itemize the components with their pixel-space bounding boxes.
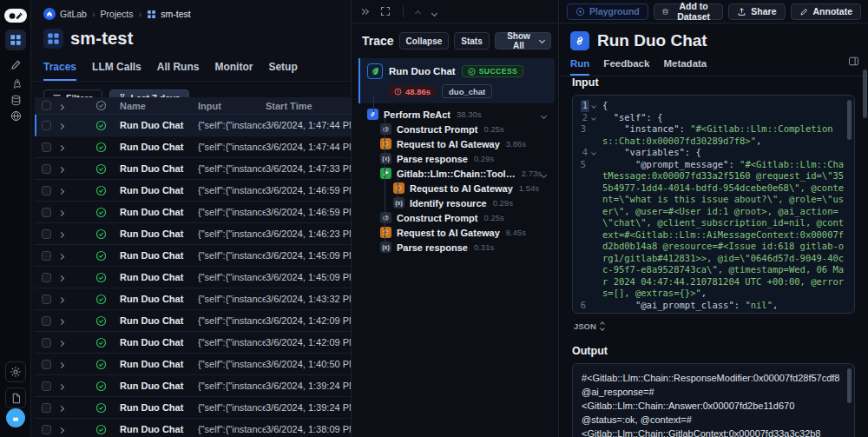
- row-checkbox[interactable]: [42, 295, 51, 304]
- row-checkbox[interactable]: [42, 425, 51, 434]
- expand-chevron-icon[interactable]: [59, 315, 95, 326]
- show-all-dropdown[interactable]: Show All: [495, 32, 551, 50]
- table-row[interactable]: Run Duo Chat{"self":{"instance":"#...3/6…: [35, 354, 351, 375]
- run-name-cell[interactable]: Run Duo Chat: [120, 402, 198, 413]
- row-checkbox[interactable]: [42, 208, 51, 217]
- hub-globe-icon[interactable]: [5, 105, 26, 126]
- run-name-cell[interactable]: Run Duo Chat: [120, 359, 198, 369]
- row-checkbox[interactable]: [42, 142, 51, 152]
- expand-chevron-icon[interactable]: [59, 272, 95, 282]
- trace-node[interactable]: (x)Identify resource0.29s: [358, 195, 555, 210]
- run-name-cell[interactable]: Run Duo Chat: [120, 163, 198, 174]
- table-row[interactable]: Run Duo Chat{"self":{"instance":"#...3/6…: [35, 223, 351, 245]
- docs-document-icon[interactable]: [5, 387, 26, 408]
- row-checkbox[interactable]: [42, 121, 51, 130]
- expand-chevron-icon[interactable]: [59, 207, 95, 217]
- trace-node[interactable]: Request to AI Gateway3.86s: [358, 136, 555, 151]
- row-checkbox[interactable]: [42, 381, 51, 391]
- table-row[interactable]: Run Duo Chat{"self":{"instance":"#...3/6…: [35, 267, 351, 288]
- run-name-cell[interactable]: Run Duo Chat: [120, 120, 198, 130]
- run-name-cell[interactable]: Run Duo Chat: [120, 228, 198, 239]
- table-row[interactable]: Run Duo Chat{"self":{"instance":"#...3/6…: [35, 158, 351, 180]
- column-header-name[interactable]: Name: [120, 101, 198, 111]
- expand-chevron-icon[interactable]: [59, 294, 95, 304]
- table-row[interactable]: Run Duo Chat{"self":{"instance":"#...3/6…: [35, 332, 351, 354]
- output-block[interactable]: #<Gitlab::Llm::Chain::ResponseModifier:0…: [572, 363, 855, 437]
- breadcrumb-section[interactable]: Projects: [101, 9, 134, 19]
- playground-button[interactable]: Playground: [567, 3, 648, 20]
- run-name-cell[interactable]: Run Duo Chat: [120, 250, 198, 261]
- trace-node[interactable]: (x)Parse response0.29s: [358, 151, 555, 166]
- run-name-cell[interactable]: Run Duo Chat: [120, 207, 198, 217]
- projects-grid-icon[interactable]: [5, 30, 26, 50]
- trace-node[interactable]: (x)Parse response0.31s: [358, 240, 555, 255]
- run-name-cell[interactable]: Run Duo Chat: [120, 185, 198, 195]
- row-checkbox[interactable]: [42, 273, 51, 282]
- row-checkbox[interactable]: [42, 251, 51, 261]
- langsmith-logo[interactable]: [4, 9, 27, 23]
- expand-chevron-icon[interactable]: [59, 120, 95, 130]
- expand-chevron-icon[interactable]: [59, 359, 95, 369]
- expand-chevron-icon[interactable]: [59, 381, 95, 391]
- prev-run-chevron-icon[interactable]: [416, 3, 420, 19]
- collapse-button[interactable]: Collapse: [399, 32, 450, 50]
- settings-gear-icon[interactable]: [5, 361, 26, 382]
- row-checkbox[interactable]: [42, 229, 51, 239]
- stats-button[interactable]: Stats: [454, 32, 489, 50]
- tab-setup[interactable]: Setup: [268, 61, 297, 81]
- row-checkbox[interactable]: [42, 316, 51, 326]
- row-checkbox[interactable]: [42, 338, 51, 348]
- scrollbar-thumb[interactable]: [847, 368, 852, 403]
- trace-node[interactable]: Request to AI Gateway1.54s: [358, 181, 555, 195]
- format-select[interactable]: JSON: [574, 321, 855, 331]
- table-row[interactable]: Run Duo Chat{"self":{"instance":"#...3/6…: [35, 180, 351, 202]
- expand-chevron-icon[interactable]: [59, 163, 95, 174]
- table-row[interactable]: Run Duo Chat{"self":{"instance":"#...3/6…: [35, 419, 351, 437]
- table-row[interactable]: Run Duo Chat{"self":{"instance":"#...3/6…: [35, 115, 351, 136]
- table-row[interactable]: Run Duo Chat{"self":{"instance":"#...3/6…: [35, 397, 351, 419]
- tab-traces[interactable]: Traces: [43, 61, 76, 81]
- expand-chevron-icon[interactable]: [59, 337, 95, 348]
- table-row[interactable]: Run Duo Chat{"self":{"instance":"#...3/6…: [35, 375, 351, 397]
- breadcrumb-root[interactable]: GitLab: [60, 9, 87, 19]
- run-name-cell[interactable]: Run Duo Chat: [120, 294, 198, 304]
- row-checkbox[interactable]: [42, 403, 51, 413]
- share-button[interactable]: Share: [728, 3, 785, 20]
- trace-root-node[interactable]: Run Duo Chat SUCCESS 48.86s duo_chat: [358, 58, 555, 103]
- trace-node[interactable]: Gitlab::Llm::Chain::Tools::IssueReader::…: [358, 166, 555, 181]
- column-header-start-time[interactable]: Start Time: [266, 101, 351, 111]
- trace-node[interactable]: @Construct Prompt0.25s: [358, 122, 555, 136]
- expand-chevron-icon[interactable]: [59, 142, 95, 152]
- table-row[interactable]: Run Duo Chat{"self":{"instance":"#...3/6…: [35, 202, 351, 223]
- expand-chevron-icon[interactable]: [59, 185, 95, 195]
- collapse-caret-icon[interactable]: [591, 103, 596, 109]
- run-name-cell[interactable]: Run Duo Chat: [120, 337, 198, 348]
- tab-all-runs[interactable]: All Runs: [157, 61, 200, 81]
- panel-toggle-icon[interactable]: [848, 56, 859, 67]
- table-row[interactable]: Run Duo Chat{"self":{"instance":"#...3/6…: [35, 310, 351, 332]
- tab-monitor[interactable]: Monitor: [214, 61, 253, 81]
- scrollbar-thumb[interactable]: [847, 100, 852, 140]
- chevron-down-icon[interactable]: [542, 169, 546, 179]
- run-name-cell[interactable]: Run Duo Chat: [120, 424, 198, 434]
- run-name-cell[interactable]: Run Duo Chat: [120, 272, 198, 282]
- collapse-caret-icon[interactable]: [591, 116, 596, 121]
- collapse-panel-icon[interactable]: [360, 10, 368, 14]
- expand-fullscreen-icon[interactable]: [380, 6, 391, 17]
- input-code-block[interactable]: 1{2 "self": {3 "instance": "#<Gitlab::Ll…: [572, 95, 855, 314]
- annotations-pencil-icon[interactable]: [5, 54, 26, 75]
- expand-chevron-icon[interactable]: [59, 228, 95, 239]
- column-header-input[interactable]: Input: [198, 101, 266, 111]
- trace-node[interactable]: Request to AI Gateway8.45s: [358, 225, 555, 240]
- tab-llm-calls[interactable]: LLM Calls: [92, 61, 141, 81]
- row-checkbox[interactable]: [42, 360, 51, 369]
- run-name-cell[interactable]: Run Duo Chat: [120, 142, 198, 152]
- table-row[interactable]: Run Duo Chat{"self":{"instance":"#...3/6…: [35, 245, 351, 267]
- expand-chevron-icon[interactable]: [59, 250, 95, 261]
- run-name-cell[interactable]: Run Duo Chat: [120, 315, 198, 326]
- expand-chevron-icon[interactable]: [59, 424, 95, 434]
- select-all-checkbox[interactable]: [42, 101, 51, 110]
- row-checkbox[interactable]: [42, 186, 51, 195]
- home-icon[interactable]: [43, 8, 56, 20]
- table-row[interactable]: Run Duo Chat{"self":{"instance":"#...3/6…: [35, 136, 351, 158]
